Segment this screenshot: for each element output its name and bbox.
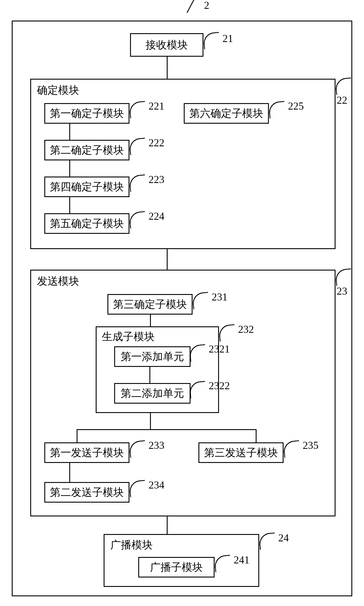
send-sub1-label: 第一发送子模块 — [50, 447, 124, 458]
num-root: 2 — [204, 0, 209, 11]
conn-split-h — [77, 429, 256, 430]
leader-231 — [192, 292, 210, 310]
send-sub3determine-label: 第三确定子模块 — [113, 299, 187, 310]
receive-module-label: 接收模块 — [146, 40, 188, 50]
gen-title: 生成子模块 — [102, 331, 155, 342]
num-225: 225 — [288, 101, 304, 111]
determine-sub5-label: 第五确定子模块 — [50, 218, 124, 229]
num-2322: 2322 — [209, 380, 230, 391]
determine-title: 确定模块 — [37, 85, 79, 95]
num-224: 224 — [149, 211, 164, 221]
send-sub3-box: 第三发送子模块 — [198, 442, 284, 463]
conn-233-234 — [69, 463, 70, 482]
gen-unit1-box: 第一添加单元 — [114, 346, 191, 367]
determine-sub2-label: 第二确定子模块 — [50, 145, 124, 155]
send-sub3-label: 第三发送子模块 — [204, 447, 278, 458]
conn-23-24 — [167, 516, 168, 534]
send-sub2-box: 第二发送子模块 — [44, 482, 129, 503]
num-222: 222 — [149, 137, 164, 148]
num-23: 23 — [337, 286, 347, 296]
determine-module: 确定模块 第一确定子模块 221 第六确定子模块 225 第二确定子模块 222… — [30, 79, 336, 249]
send-sub1-box: 第一发送子模块 — [44, 442, 129, 463]
send-sub3determine-box: 第三确定子模块 — [107, 294, 193, 315]
broadcast-title: 广播模块 — [110, 540, 153, 550]
leader-234 — [129, 480, 146, 498]
leader-241 — [214, 555, 232, 573]
conn-to-235 — [256, 429, 257, 442]
leader-235 — [283, 440, 301, 458]
send-sub2-label: 第二发送子模块 — [50, 487, 124, 498]
conn-to-233 — [77, 429, 77, 442]
num-231: 231 — [212, 292, 227, 302]
determine-sub4-label: 第四确定子模块 — [50, 182, 124, 192]
outer-frame: 接收模块 21 确定模块 第一确定子模块 221 第六确定子模块 225 第二确… — [12, 21, 352, 596]
num-21: 21 — [223, 33, 233, 44]
leader-22 — [335, 78, 353, 95]
determine-sub6-label: 第六确定子模块 — [189, 108, 263, 119]
determine-sub1-label: 第一确定子模块 — [50, 108, 124, 119]
leader-225 — [268, 101, 286, 119]
gen-unit2-label: 第二添加单元 — [121, 388, 184, 399]
gen-unit1-label: 第一添加单元 — [121, 351, 184, 362]
send-title: 发送模块 — [37, 276, 79, 286]
broadcast-module: 广播模块 广播子模块 241 — [104, 534, 259, 587]
broadcast-sub-box: 广播子模块 — [138, 557, 215, 578]
conn-232-down — [150, 413, 151, 429]
determine-sub6-box: 第六确定子模块 — [184, 103, 269, 124]
num-234: 234 — [149, 480, 164, 490]
leader-233 — [129, 440, 146, 458]
leader-221 — [129, 101, 146, 119]
num-221: 221 — [149, 101, 164, 111]
num-233: 233 — [149, 440, 164, 451]
conn-222-223 — [69, 160, 70, 177]
determine-sub2-box: 第二确定子模块 — [44, 140, 129, 160]
conn-22-23 — [167, 249, 168, 270]
leader-24 — [259, 533, 276, 550]
leader-223 — [129, 174, 146, 192]
receive-module-box: 接收模块 — [130, 33, 203, 57]
num-2321: 2321 — [209, 344, 230, 354]
determine-sub4-box: 第四确定子模块 — [44, 177, 129, 197]
num-22: 22 — [337, 95, 347, 105]
send-module: 发送模块 第三确定子模块 231 生成子模块 第一添加单元 第二添加单元 232… — [30, 270, 336, 516]
num-235: 235 — [303, 440, 318, 451]
gen-unit2-box: 第二添加单元 — [114, 383, 191, 404]
num-24: 24 — [278, 533, 289, 543]
determine-sub1-box: 第一确定子模块 — [44, 103, 129, 124]
leader-224 — [129, 211, 146, 229]
conn-221-222 — [69, 124, 70, 140]
leader-root — [187, 0, 197, 13]
conn-21-22 — [167, 57, 168, 79]
leader-23 — [335, 268, 353, 286]
leader-232 — [218, 324, 236, 342]
broadcast-sub-label: 广播子模块 — [150, 562, 203, 573]
leader-222 — [129, 138, 146, 155]
gen-submodule: 生成子模块 第一添加单元 第二添加单元 — [96, 326, 219, 413]
conn-2321-2322 — [149, 367, 150, 383]
num-223: 223 — [149, 174, 164, 185]
determine-sub5-box: 第五确定子模块 — [44, 213, 129, 234]
conn-223-224 — [69, 197, 70, 213]
leader-21 — [203, 32, 220, 50]
conn-231-232 — [150, 315, 151, 326]
num-241: 241 — [234, 555, 250, 565]
num-232: 232 — [238, 324, 254, 335]
